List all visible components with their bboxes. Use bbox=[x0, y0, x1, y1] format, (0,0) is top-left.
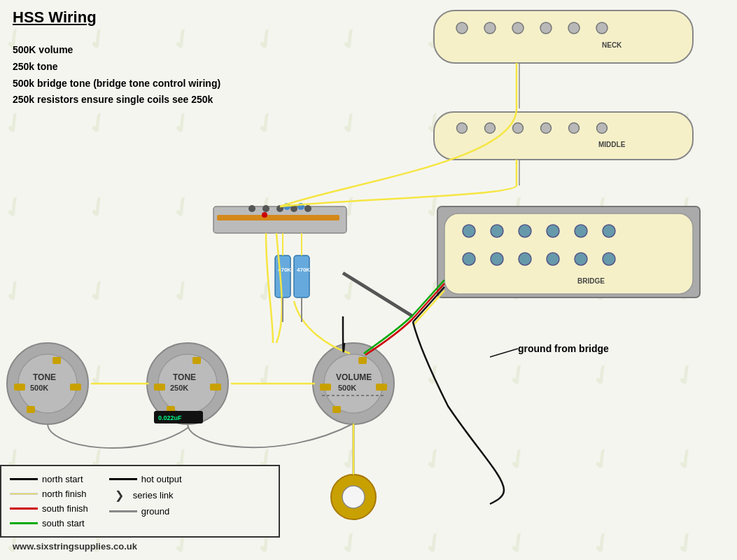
svg-point-4 bbox=[484, 22, 496, 34]
svg-point-49 bbox=[262, 212, 267, 218]
legend-south-start: south start bbox=[42, 518, 85, 528]
svg-point-6 bbox=[540, 22, 552, 34]
svg-point-3 bbox=[456, 22, 468, 34]
svg-rect-67 bbox=[210, 384, 221, 391]
legend-hot-output: hot output bbox=[141, 474, 182, 484]
svg-text:VOLUME: VOLUME bbox=[336, 372, 372, 382]
svg-point-31 bbox=[491, 253, 503, 265]
legend-north-start: north start bbox=[42, 474, 83, 484]
svg-point-25 bbox=[491, 225, 503, 237]
svg-rect-52 bbox=[275, 255, 290, 298]
svg-rect-54 bbox=[294, 255, 309, 298]
svg-text:TONE: TONE bbox=[173, 372, 196, 382]
svg-point-18 bbox=[597, 123, 608, 134]
svg-point-16 bbox=[541, 123, 552, 134]
svg-rect-23 bbox=[444, 214, 693, 294]
svg-line-38 bbox=[413, 284, 444, 318]
svg-point-15 bbox=[513, 123, 524, 134]
svg-text:NECK: NECK bbox=[602, 41, 622, 49]
legend-north-finish: north finish bbox=[42, 489, 87, 499]
svg-point-7 bbox=[568, 22, 580, 34]
svg-rect-12 bbox=[434, 112, 693, 160]
svg-point-28 bbox=[575, 225, 587, 237]
svg-point-14 bbox=[485, 123, 496, 134]
svg-line-40 bbox=[413, 290, 444, 326]
legend-south-finish: south finish bbox=[42, 503, 88, 514]
svg-point-35 bbox=[603, 253, 615, 265]
svg-rect-66 bbox=[154, 384, 165, 391]
legend-series-link: series link bbox=[133, 490, 174, 500]
legend-box: north start north finish south finish so… bbox=[0, 465, 280, 538]
svg-point-45 bbox=[262, 205, 269, 212]
svg-text:MIDDLE: MIDDLE bbox=[598, 141, 626, 148]
svg-point-29 bbox=[603, 225, 615, 237]
svg-rect-60 bbox=[27, 406, 35, 413]
svg-line-85 bbox=[490, 349, 518, 357]
svg-rect-61 bbox=[52, 357, 61, 364]
svg-point-13 bbox=[457, 123, 468, 134]
svg-text:0.022uF: 0.022uF bbox=[158, 414, 182, 421]
svg-point-84 bbox=[342, 486, 365, 508]
svg-point-5 bbox=[512, 22, 524, 34]
svg-text:470K: 470K bbox=[297, 267, 310, 273]
svg-point-34 bbox=[575, 253, 587, 265]
svg-line-41 bbox=[343, 273, 413, 316]
svg-point-26 bbox=[519, 225, 531, 237]
svg-rect-76 bbox=[320, 384, 331, 391]
svg-rect-78 bbox=[332, 406, 341, 413]
svg-point-27 bbox=[547, 225, 559, 237]
svg-rect-79 bbox=[358, 357, 367, 364]
svg-line-39 bbox=[413, 287, 444, 322]
svg-point-24 bbox=[463, 225, 475, 237]
legend-series-link-arrow: ❯ bbox=[109, 489, 130, 502]
svg-rect-58 bbox=[14, 384, 25, 391]
svg-rect-2 bbox=[434, 10, 693, 63]
svg-rect-77 bbox=[376, 384, 387, 391]
svg-rect-59 bbox=[70, 384, 81, 391]
svg-point-48 bbox=[304, 205, 311, 212]
svg-point-8 bbox=[596, 22, 608, 34]
svg-point-32 bbox=[519, 253, 531, 265]
legend-ground: ground bbox=[141, 506, 169, 517]
svg-text:TONE: TONE bbox=[33, 372, 56, 382]
svg-point-30 bbox=[463, 253, 475, 265]
svg-rect-69 bbox=[192, 357, 201, 364]
svg-point-33 bbox=[547, 253, 559, 265]
svg-text:500K: 500K bbox=[338, 384, 356, 392]
svg-text:500K: 500K bbox=[30, 384, 48, 392]
svg-text:BRIDGE: BRIDGE bbox=[577, 277, 605, 285]
svg-text:250K: 250K bbox=[170, 384, 188, 392]
svg-point-44 bbox=[248, 205, 255, 212]
svg-point-17 bbox=[569, 123, 580, 134]
svg-rect-43 bbox=[217, 215, 339, 220]
website-url: www.sixstringsupplies.co.uk bbox=[13, 541, 137, 552]
